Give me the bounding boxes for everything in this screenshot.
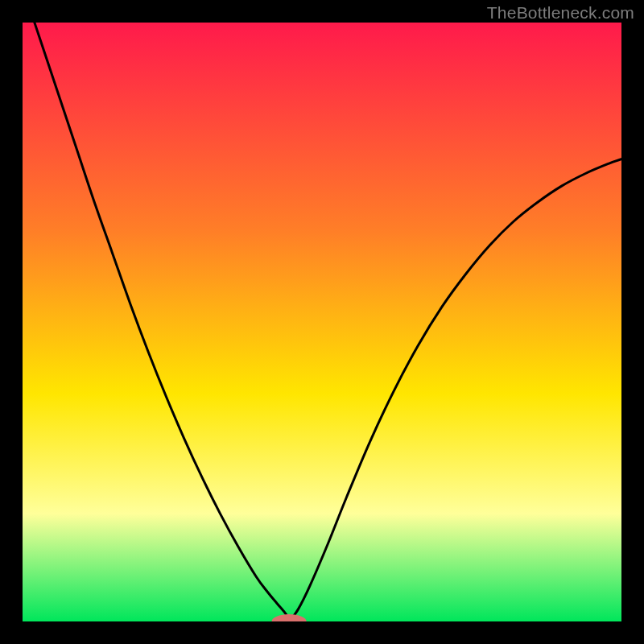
chart-svg (23, 23, 621, 621)
watermark-text: TheBottleneck.com (487, 3, 634, 23)
chart-frame: TheBottleneck.com (0, 0, 644, 644)
gradient-background (23, 23, 621, 621)
plot-area (23, 23, 621, 621)
